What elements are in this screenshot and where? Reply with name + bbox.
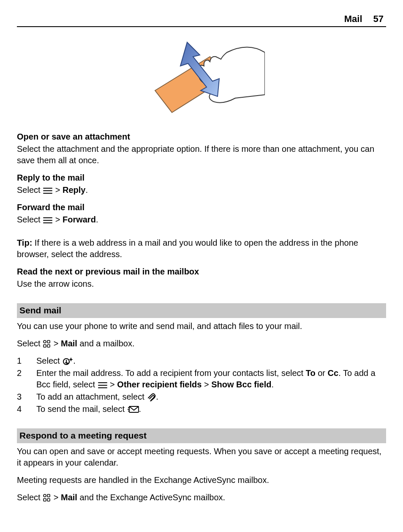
step-4: To send the mail, select . bbox=[17, 403, 386, 415]
heading-reply: Reply to the mail bbox=[17, 172, 386, 184]
send-envelope-icon bbox=[127, 405, 139, 414]
cc-label: Cc bbox=[328, 368, 339, 378]
text-open-attachment: Select the attachment and the appropriat… bbox=[17, 143, 386, 166]
read-next-body: Use the arrow icons. bbox=[17, 278, 386, 290]
text: > bbox=[202, 380, 211, 389]
section-respond: Respond to a meeting request bbox=[17, 428, 386, 443]
page-number: 57 bbox=[373, 13, 384, 25]
heading-open-attachment: Open or save an attachment bbox=[17, 131, 386, 143]
svg-rect-27 bbox=[47, 499, 50, 501]
send-steps: Select . Enter the mail address. To add … bbox=[17, 355, 386, 415]
text: or bbox=[316, 368, 328, 378]
forward-label: Forward bbox=[63, 215, 96, 224]
respond-select-line: Select > Mail and the Exchange ActiveSyn… bbox=[17, 492, 386, 503]
text: and a mailbox. bbox=[77, 339, 135, 348]
step-1: Select . bbox=[17, 355, 386, 367]
text: Enter the mail address. To add a recipie… bbox=[36, 368, 306, 378]
other-fields-label: Other recipient fields bbox=[117, 380, 202, 389]
svg-rect-9 bbox=[47, 340, 50, 343]
text: Select bbox=[17, 215, 43, 224]
text: . bbox=[85, 185, 88, 195]
text: To send the mail, select bbox=[36, 404, 127, 414]
mail-label: Mail bbox=[61, 493, 77, 502]
text: . bbox=[73, 356, 76, 365]
compose-mail-icon bbox=[62, 357, 73, 365]
menu-icon bbox=[43, 187, 53, 195]
respond-p2: Meeting requests are handled in the Exch… bbox=[17, 474, 386, 486]
respond-p1: You can open and save or accept meeting … bbox=[17, 446, 386, 469]
tip-label: Tip: bbox=[17, 238, 32, 247]
heading-forward: Forward the mail bbox=[17, 202, 386, 213]
apps-grid-icon bbox=[43, 494, 51, 502]
reply-label: Reply bbox=[63, 185, 85, 195]
show-bcc-label: Show Bcc field bbox=[211, 380, 271, 389]
to-label: To bbox=[306, 368, 316, 378]
svg-point-8 bbox=[44, 340, 46, 343]
send-select-line: Select > Mail and a mailbox. bbox=[17, 338, 386, 349]
swipe-gesture-illustration bbox=[17, 40, 386, 121]
apps-grid-icon bbox=[43, 340, 51, 348]
text: > bbox=[110, 380, 117, 389]
text: > bbox=[54, 493, 61, 502]
text: Select bbox=[17, 339, 43, 348]
text: Select bbox=[17, 185, 43, 195]
text: Select bbox=[36, 356, 62, 365]
step-3: To add an attachment, select . bbox=[17, 391, 386, 403]
svg-rect-26 bbox=[44, 499, 46, 501]
page-header: Mail 57 bbox=[17, 13, 386, 27]
svg-rect-25 bbox=[47, 494, 50, 497]
text: and the Exchange ActiveSync mailbox. bbox=[77, 493, 225, 502]
text: To add an attachment, select bbox=[36, 392, 147, 401]
heading-read-next: Read the next or previous mail in the ma… bbox=[17, 266, 386, 277]
text: . bbox=[271, 380, 274, 389]
reply-instructions: Select > Reply. bbox=[17, 184, 386, 196]
text: > bbox=[54, 339, 61, 348]
tip-body: If there is a web address in a mail and … bbox=[17, 238, 358, 259]
svg-rect-11 bbox=[47, 345, 50, 347]
menu-icon bbox=[98, 381, 108, 389]
text: > bbox=[55, 185, 63, 195]
send-intro: You can use your phone to write and send… bbox=[17, 321, 386, 332]
mail-label: Mail bbox=[61, 339, 77, 348]
text: . bbox=[156, 392, 158, 401]
menu-icon bbox=[43, 217, 53, 224]
tip-paragraph: Tip: If there is a web address in a mail… bbox=[17, 237, 386, 260]
text: . bbox=[139, 404, 142, 414]
text: > bbox=[55, 215, 63, 224]
forward-instructions: Select > Forward. bbox=[17, 214, 386, 225]
svg-point-24 bbox=[44, 494, 46, 497]
step-2: Enter the mail address. To add a recipie… bbox=[17, 367, 386, 390]
header-section: Mail bbox=[344, 13, 362, 25]
paperclip-icon bbox=[147, 393, 156, 401]
text: . bbox=[96, 215, 98, 224]
section-send-mail: Send mail bbox=[17, 303, 386, 318]
svg-rect-10 bbox=[44, 345, 46, 347]
text: Select bbox=[17, 493, 43, 502]
